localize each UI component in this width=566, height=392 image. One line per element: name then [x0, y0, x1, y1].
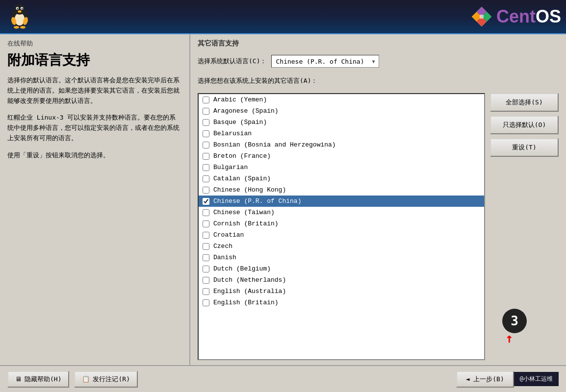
lang-checkbox[interactable]	[203, 153, 209, 160]
lang-label: Aragonese (Spain)	[213, 107, 279, 115]
lang-label: English (Britain)	[213, 299, 279, 306]
lang-checkbox[interactable]	[203, 164, 209, 171]
install-lang-label: 选择您想在该系统上安装的其它语言(A)：	[198, 76, 559, 85]
svg-point-10	[14, 26, 19, 29]
list-item[interactable]: Basque (Spain)	[199, 117, 484, 128]
svg-point-1	[15, 13, 25, 25]
list-item[interactable]: English (Australia)	[199, 286, 484, 297]
lang-label: Danish	[213, 254, 236, 261]
lang-checkbox[interactable]	[203, 220, 209, 227]
top-bar-left	[5, 2, 34, 31]
list-item[interactable]: Cornish (Britain)	[199, 218, 484, 229]
watermark: @小林工运维	[514, 372, 559, 386]
list-item[interactable]: Catalan (Spain)	[199, 173, 484, 184]
list-item[interactable]: Chinese (P.R. of China)	[199, 196, 484, 207]
left-panel: 在线帮助 附加语言支持 选择你的默认语言。这个默认语言将会是您在安装完毕后在系统…	[0, 34, 190, 365]
bottom-right: ◄ 上一步(B) @小林工运维	[456, 371, 559, 388]
notes-icon: 📋	[82, 375, 90, 383]
list-item[interactable]: Croatian	[199, 229, 484, 241]
list-item[interactable]: Dutch (Belgium)	[199, 263, 484, 274]
lang-label: Catalan (Spain)	[213, 175, 271, 182]
lang-checkbox[interactable]	[203, 266, 209, 272]
dropdown-arrow-icon: ▼	[372, 59, 375, 64]
list-item[interactable]: Dutch (Netherlands)	[199, 274, 484, 286]
lang-label: Chinese (P.R. of China)	[213, 197, 301, 205]
lang-label: Bulgarian	[213, 164, 248, 171]
top-bar: CentOS	[0, 0, 566, 34]
list-item[interactable]: Danish	[199, 252, 484, 263]
centos-brand-text: CentOS	[496, 6, 561, 27]
back-button[interactable]: ◄ 上一步(B)	[456, 371, 514, 388]
list-item[interactable]: Bosnian (Bosnia and Herzegowina)	[199, 139, 484, 150]
lang-checkbox[interactable]	[203, 119, 209, 126]
centos-logo: CentOS	[471, 6, 561, 27]
badge-number: 3	[511, 314, 518, 328]
lang-checkbox[interactable]	[203, 232, 209, 239]
panel-text-1: 选择你的默认语言。这个默认语言将会是您在安装完毕后在系统上使用的语言。如果您选择…	[7, 75, 182, 106]
list-item[interactable]: Aragonese (Spain)	[199, 105, 484, 117]
language-list[interactable]: Arabic (Yemen)Aragonese (Spain)Basque (S…	[199, 94, 484, 359]
lang-label: Arabic (Yemen)	[213, 96, 267, 103]
list-item[interactable]: Arabic (Yemen)	[199, 94, 484, 105]
lang-list-container: Arabic (Yemen)Aragonese (Spain)Basque (S…	[198, 93, 485, 360]
centos-icon	[471, 6, 492, 27]
lang-checkbox[interactable]	[203, 243, 209, 250]
panel-text-3: 使用「重设」按钮来取消您的选择。	[7, 150, 182, 161]
bottom-left-buttons: 🖥 隐藏帮助(H) 📋 发行注记(R)	[7, 371, 138, 388]
step-badge: 3	[502, 309, 527, 333]
svg-point-11	[20, 26, 26, 29]
lang-checkbox[interactable]	[203, 288, 209, 295]
lang-label: Basque (Spain)	[213, 119, 267, 126]
lang-checkbox[interactable]	[203, 187, 209, 194]
lang-checkbox[interactable]	[203, 175, 209, 182]
default-lang-dropdown[interactable]: Chinese (P.R. of China) ▼	[271, 55, 379, 68]
lang-label: Bosnian (Bosnia and Herzegowina)	[213, 141, 336, 148]
default-lang-row: 选择系统默认语言(C)： Chinese (P.R. of China) ▼	[198, 55, 559, 68]
lang-checkbox[interactable]	[203, 209, 209, 216]
bottom-bar: 🖥 隐藏帮助(H) 📋 发行注记(R) ◄ 上一步(B) @小林工运维	[0, 365, 566, 392]
list-item[interactable]: Chinese (Taiwan)	[199, 207, 484, 218]
select-default-button[interactable]: 只选择默认(O)	[490, 116, 559, 134]
lang-label: Cornish (Britain)	[213, 220, 279, 227]
panel-title: 附加语言支持	[7, 51, 182, 70]
lang-checkbox[interactable]	[203, 108, 209, 115]
default-lang-value: Chinese (P.R. of China)	[276, 58, 364, 65]
lang-label: Dutch (Netherlands)	[213, 276, 286, 284]
lang-checkbox[interactable]	[203, 198, 209, 205]
panel-text-2: 红帽企业 Linux-3 可以安装并支持数种语言。要在您的系统中使用多种语言，您…	[7, 113, 182, 143]
svg-point-6	[22, 8, 23, 9]
svg-point-2	[14, 4, 25, 15]
list-item[interactable]: English (Britain)	[199, 297, 484, 308]
lang-label: Croatian	[213, 231, 244, 239]
lang-checkbox[interactable]	[203, 142, 209, 148]
list-item[interactable]: Czech	[199, 241, 484, 252]
svg-point-7	[18, 10, 21, 13]
lang-label: Dutch (Belgium)	[213, 265, 271, 272]
select-all-button[interactable]: 全部选择(S)	[490, 93, 559, 112]
lang-label: Czech	[213, 243, 232, 250]
lang-label: English (Australia)	[213, 288, 286, 295]
svg-point-5	[17, 8, 18, 9]
list-item[interactable]: Breton (France)	[199, 150, 484, 162]
lang-checkbox[interactable]	[203, 277, 209, 284]
hide-help-icon: 🖥	[15, 375, 22, 383]
default-lang-label: 选择系统默认语言(C)：	[198, 57, 266, 66]
list-item[interactable]: Belarusian	[199, 128, 484, 139]
hide-help-button[interactable]: 🖥 隐藏帮助(H)	[7, 371, 69, 388]
lang-checkbox[interactable]	[203, 254, 209, 261]
lang-label: Chinese (Hong Kong)	[213, 186, 286, 194]
list-item[interactable]: Chinese (Hong Kong)	[199, 184, 484, 196]
lang-label: Belarusian	[213, 130, 252, 137]
lang-checkbox[interactable]	[203, 299, 209, 306]
main-content: 在线帮助 附加语言支持 选择你的默认语言。这个默认语言将会是您在安装完毕后在系统…	[0, 34, 566, 365]
panel-label: 在线帮助	[7, 39, 182, 48]
svg-rect-17	[480, 15, 484, 19]
reset-button[interactable]: 重设(T)	[490, 138, 559, 157]
list-item[interactable]: Bulgarian	[199, 162, 484, 173]
lang-label: Chinese (Taiwan)	[213, 209, 275, 216]
lang-checkbox[interactable]	[203, 97, 209, 103]
lang-label: Breton (France)	[213, 152, 271, 160]
lang-checkbox[interactable]	[203, 130, 209, 137]
release-notes-button[interactable]: 📋 发行注记(R)	[74, 371, 137, 388]
tux-logo	[5, 2, 34, 31]
